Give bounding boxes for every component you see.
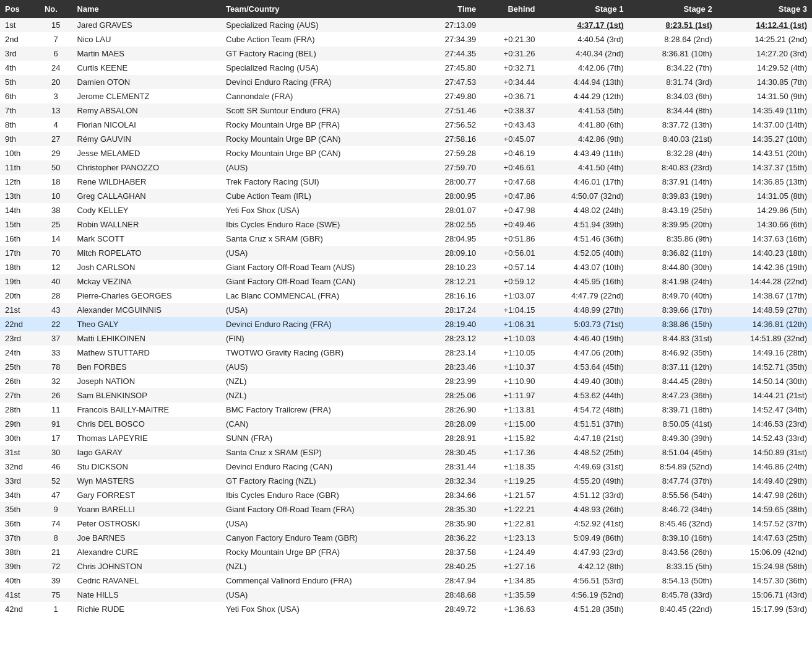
cell-behind: +1:15.00: [481, 417, 540, 431]
cell-name: Nate HILLS: [72, 588, 221, 602]
cell-stage2: 8:40.83 (23rd): [629, 160, 717, 175]
cell-team: Trek Factory Racing (SUI): [221, 175, 423, 189]
cell-name: Joe BARNES: [72, 531, 221, 545]
cell-no: 3: [40, 89, 72, 103]
results-table: Pos No. Name Team/Country Time Behind St…: [0, 0, 812, 616]
cell-stage2: 8:37.72 (13th): [629, 118, 717, 132]
table-row: 12th 18 Rene WILDHABER Trek Factory Raci…: [0, 175, 812, 189]
cell-stage1: 4:51.46 (36th): [540, 232, 629, 246]
table-row: 25th 78 Ben FORBES (AUS) 28:23.46 +1:10.…: [0, 360, 812, 374]
cell-behind: +1:23.13: [481, 531, 540, 545]
cell-stage1: 4:53.64 (45th): [540, 360, 629, 374]
cell-pos: 13th: [0, 189, 40, 203]
table-row: 19th 40 Mckay VEZINA Giant Factory Off-R…: [0, 274, 812, 289]
cell-pos: 38th: [0, 545, 40, 559]
cell-pos: 12th: [0, 175, 40, 189]
cell-name: Wyn MASTERS: [72, 474, 221, 488]
cell-time: 28:36.22: [423, 531, 482, 545]
cell-time: 28:37.58: [423, 545, 482, 559]
cell-no: 78: [40, 360, 72, 374]
cell-no: 9: [40, 502, 72, 517]
header-behind: Behind: [481, 0, 540, 18]
cell-time: 28:00.95: [423, 189, 482, 203]
cell-time: 27:44.35: [423, 46, 482, 61]
cell-stage1: 4:41.50 (4th): [540, 160, 629, 175]
cell-pos: 42nd: [0, 602, 40, 616]
table-row: 13th 10 Greg CALLAGHAN Cube Action Team …: [0, 189, 812, 203]
cell-name: Joseph NATION: [72, 374, 221, 388]
cell-pos: 28th: [0, 403, 40, 417]
cell-stage3: 14:59.65 (38th): [717, 502, 812, 517]
table-row: 6th 3 Jerome CLEMENTZ Cannondale (FRA) 2…: [0, 89, 812, 103]
cell-team: BMC Factory Trailcrew (FRA): [221, 403, 423, 417]
cell-stage2: 8:51.04 (45th): [629, 445, 717, 460]
cell-team: Rocky Mountain Urge BP (FRA): [221, 118, 423, 132]
cell-stage1: 4:40.34 (2nd): [540, 46, 629, 61]
cell-stage3: 15:06.71 (43rd): [717, 588, 812, 602]
cell-stage1: 4:40.54 (3rd): [540, 32, 629, 46]
cell-pos: 6th: [0, 89, 40, 103]
cell-behind: +0:32.71: [481, 61, 540, 75]
cell-time: 28:10.23: [423, 260, 482, 274]
cell-stage1: 4:54.72 (48th): [540, 403, 629, 417]
cell-no: 10: [40, 189, 72, 203]
cell-stage3: 15:17.99 (53rd): [717, 602, 812, 616]
cell-behind: +1:10.05: [481, 346, 540, 360]
cell-stage2: 8:46.72 (34th): [629, 502, 717, 517]
cell-team: (AUS): [221, 160, 423, 175]
cell-stage3: 14:30.85 (7th): [717, 75, 812, 89]
cell-no: 27: [40, 132, 72, 146]
cell-stage3: 14:42.36 (19th): [717, 260, 812, 274]
cell-stage2: 8:49.30 (39th): [629, 431, 717, 445]
cell-stage1: 4:42.06 (7th): [540, 61, 629, 75]
cell-stage1: 4:50.07 (32nd): [540, 189, 629, 203]
table-row: 22nd 22 Theo GALY Devinci Enduro Racing …: [0, 317, 812, 331]
cell-team: Ibis Cycles Enduro Race (SWE): [221, 217, 423, 232]
table-row: 31st 30 Iago GARAY Santa Cruz x SRAM (ES…: [0, 445, 812, 460]
cell-pos: 39th: [0, 559, 40, 573]
cell-stage3: 14:50.89 (31st): [717, 445, 812, 460]
cell-stage2: 8:32.28 (4th): [629, 146, 717, 160]
cell-stage1: 4:48.52 (25th): [540, 445, 629, 460]
cell-stage3: 14:44.21 (21st): [717, 388, 812, 403]
cell-stage1: 4:55.20 (49th): [540, 474, 629, 488]
cell-stage2: 8:46.92 (35th): [629, 346, 717, 360]
cell-pos: 33rd: [0, 474, 40, 488]
cell-pos: 19th: [0, 274, 40, 289]
cell-no: 13: [40, 103, 72, 118]
cell-no: 25: [40, 217, 72, 232]
cell-time: 28:12.21: [423, 274, 482, 289]
cell-stage3: 14:44.28 (22nd): [717, 274, 812, 289]
cell-stage1: 4:46.40 (19th): [540, 331, 629, 346]
cell-stage1: 4:51.28 (35th): [540, 602, 629, 616]
cell-name: Josh CARLSON: [72, 260, 221, 274]
cell-name: Martin MAES: [72, 46, 221, 61]
cell-behind: [481, 18, 540, 32]
cell-stage3: 14:31.05 (8th): [717, 189, 812, 203]
cell-pos: 9th: [0, 132, 40, 146]
cell-stage2: 8:23.51 (1st): [629, 18, 717, 32]
cell-stage2: 8:38.86 (15th): [629, 317, 717, 331]
cell-stage2: 8:41.98 (24th): [629, 274, 717, 289]
header-stage1: Stage 1: [540, 0, 629, 18]
cell-stage1: 5:09.49 (86th): [540, 531, 629, 545]
table-header-row: Pos No. Name Team/Country Time Behind St…: [0, 0, 812, 18]
table-row: 34th 47 Gary FORREST Ibis Cycles Enduro …: [0, 488, 812, 502]
cell-stage1: 4:41.53 (5th): [540, 103, 629, 118]
cell-team: Cannondale (FRA): [221, 89, 423, 103]
cell-name: Robin WALLNER: [72, 217, 221, 232]
cell-team: TWOTWO Gravity Racing (GBR): [221, 346, 423, 360]
cell-name: Florian NICOLAI: [72, 118, 221, 132]
table-row: 27th 26 Sam BLENKINSOP (NZL) 28:25.06 +1…: [0, 388, 812, 403]
cell-no: 22: [40, 317, 72, 331]
cell-name: Mathew STUTTARD: [72, 346, 221, 360]
table-row: 36th 74 Peter OSTROSKI (USA) 28:35.90 +1…: [0, 517, 812, 531]
cell-stage2: 8:43.56 (26th): [629, 545, 717, 559]
table-row: 39th 72 Chris JOHNSTON (NZL) 28:40.25 +1…: [0, 559, 812, 573]
cell-name: Ben FORBES: [72, 360, 221, 374]
cell-behind: +0:34.44: [481, 75, 540, 89]
cell-name: Peter OSTROSKI: [72, 517, 221, 531]
cell-no: 14: [40, 232, 72, 246]
cell-time: 28:34.66: [423, 488, 482, 502]
cell-time: 28:28.91: [423, 431, 482, 445]
